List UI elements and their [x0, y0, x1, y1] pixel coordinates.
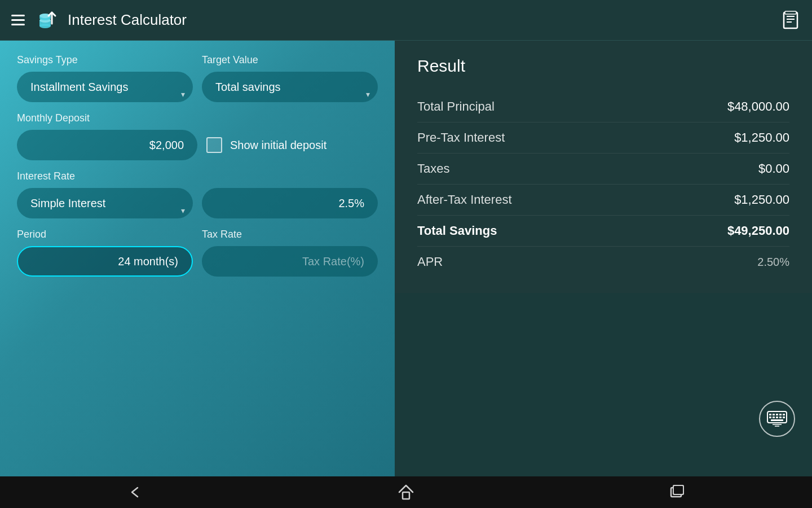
- result-title: Result: [417, 56, 789, 76]
- result-label: Taxes: [417, 161, 449, 176]
- home-button[interactable]: [397, 483, 415, 501]
- show-initial-deposit-checkbox[interactable]: [206, 137, 222, 153]
- tax-rate-label: Tax Rate: [202, 229, 378, 240]
- tax-rate-input[interactable]: Tax Rate(%): [202, 246, 378, 277]
- result-rows: Total Principal$48,000.00Pre-Tax Interes…: [417, 91, 789, 277]
- target-value-select[interactable]: Total savings: [202, 72, 378, 102]
- result-row: Taxes$0.00: [417, 154, 789, 185]
- svg-rect-23: [771, 419, 783, 421]
- result-row: Total Savings$49,250.00: [417, 216, 789, 247]
- show-initial-deposit-row: Show initial deposit: [206, 130, 326, 160]
- tax-rate-group: Tax Rate Tax Rate(%): [202, 229, 378, 277]
- result-value: $1,250.00: [734, 130, 789, 145]
- svg-rect-18: [769, 417, 771, 418]
- svg-rect-22: [783, 417, 785, 418]
- svg-rect-7: [784, 12, 797, 28]
- top-bar: Interest Calculator: [0, 0, 812, 41]
- svg-rect-19: [773, 417, 775, 418]
- result-row: APR2.50%: [417, 247, 789, 277]
- savings-target-row: Savings Type Installment Savings Target …: [17, 54, 378, 112]
- interest-rate-row: Simple Interest 2.5%: [17, 188, 378, 218]
- target-value-label: Target Value: [202, 54, 378, 66]
- report-icon[interactable]: [780, 10, 801, 30]
- left-panel: Savings Type Installment Savings Target …: [0, 41, 395, 476]
- monthly-deposit-label: Monthly Deposit: [17, 112, 378, 124]
- right-panel: Result Total Principal$48,000.00Pre-Tax …: [395, 41, 812, 293]
- result-value: $49,250.00: [727, 224, 789, 238]
- svg-rect-15: [776, 414, 778, 415]
- main-container: Savings Type Installment Savings Target …: [0, 41, 812, 476]
- interest-rate-group: Interest Rate Simple Interest 2.5%: [17, 170, 378, 218]
- result-value: $1,250.00: [734, 192, 789, 207]
- menu-icon[interactable]: [11, 15, 25, 25]
- target-value-group: Target Value Total savings: [202, 54, 378, 102]
- app-logo: [34, 8, 59, 33]
- result-label: After-Tax Interest: [417, 192, 512, 207]
- savings-type-select[interactable]: Installment Savings: [17, 72, 193, 102]
- svg-rect-28: [673, 485, 683, 494]
- interest-rate-type-select[interactable]: Simple Interest: [17, 188, 193, 218]
- interest-rate-label: Interest Rate: [17, 170, 378, 182]
- svg-rect-26: [403, 492, 409, 499]
- show-initial-deposit-label: Show initial deposit: [230, 139, 326, 152]
- svg-rect-16: [779, 414, 782, 415]
- period-input[interactable]: 24 month(s): [17, 246, 193, 277]
- savings-type-label: Savings Type: [17, 54, 193, 66]
- back-button[interactable]: [126, 483, 144, 501]
- svg-rect-17: [783, 414, 785, 415]
- result-value: $48,000.00: [727, 99, 789, 114]
- result-value: 2.50%: [757, 256, 789, 269]
- monthly-deposit-input[interactable]: $2,000: [17, 130, 197, 160]
- monthly-deposit-group: Monthly Deposit $2,000 Show initial depo…: [17, 112, 378, 160]
- result-label: Total Savings: [417, 224, 497, 238]
- svg-rect-21: [779, 417, 782, 418]
- interest-rate-value-input[interactable]: 2.5%: [202, 188, 378, 218]
- keyboard-button[interactable]: [759, 401, 795, 437]
- result-row: Pre-Tax Interest$1,250.00: [417, 122, 789, 154]
- svg-rect-13: [769, 414, 771, 415]
- result-label: Pre-Tax Interest: [417, 130, 505, 145]
- top-bar-left: Interest Calculator: [11, 8, 780, 33]
- period-label: Period: [17, 229, 193, 240]
- savings-type-group: Savings Type Installment Savings: [17, 54, 193, 102]
- app-title: Interest Calculator: [68, 11, 187, 29]
- result-row: Total Principal$48,000.00: [417, 91, 789, 122]
- svg-rect-20: [776, 417, 778, 418]
- period-group: Period 24 month(s): [17, 229, 193, 277]
- right-panel-wrapper: Result Total Principal$48,000.00Pre-Tax …: [395, 41, 812, 476]
- recents-button[interactable]: [668, 483, 686, 501]
- svg-rect-14: [773, 414, 775, 415]
- period-tax-row: Period 24 month(s) Tax Rate Tax Rate(%): [17, 229, 378, 287]
- result-label: APR: [417, 255, 443, 269]
- result-value: $0.00: [758, 161, 789, 176]
- bottom-bar: [0, 476, 812, 508]
- result-row: After-Tax Interest$1,250.00: [417, 185, 789, 216]
- svg-rect-11: [785, 11, 796, 14]
- result-label: Total Principal: [417, 99, 495, 114]
